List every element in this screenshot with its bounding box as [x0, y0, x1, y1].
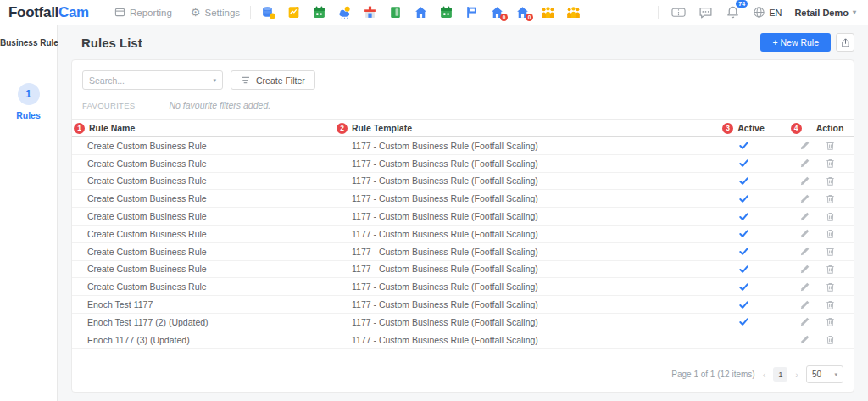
chevron-down-icon[interactable]: ▾ — [213, 77, 216, 84]
table-row[interactable]: Create Custom Business Rule1177 - Custom… — [72, 137, 854, 155]
edit-icon[interactable] — [799, 211, 810, 222]
home-app-icon[interactable]: 0 — [490, 5, 504, 19]
new-rule-button[interactable]: + New Rule — [760, 33, 831, 52]
active-cell — [706, 316, 781, 327]
delete-icon[interactable] — [825, 228, 836, 239]
prev-page-button[interactable]: ‹ — [763, 370, 766, 380]
action-cell — [781, 175, 854, 187]
home-app-icon[interactable]: 0 — [515, 5, 530, 19]
table-row[interactable]: Create Custom Business Rule1177 - Custom… — [72, 243, 854, 261]
rule-template-cell: 1177 - Custom Business Rule (Footfall Sc… — [337, 299, 706, 309]
edit-icon[interactable] — [799, 175, 810, 187]
favourites-row: FAVOURITES No favourite filters added. — [72, 98, 854, 119]
active-check-icon — [738, 228, 749, 239]
header-rule-template[interactable]: 2 Rule Template — [337, 123, 706, 134]
delete-icon[interactable] — [825, 299, 836, 310]
edit-icon[interactable] — [799, 281, 810, 292]
delete-icon[interactable] — [825, 246, 836, 257]
table-row[interactable]: Enoch 1177 (3) (Updated)1177 - Custom Bu… — [72, 331, 854, 349]
page-header: Rules List + New Rule — [71, 25, 854, 59]
delete-icon[interactable] — [825, 334, 836, 345]
column-label: Action — [816, 123, 844, 133]
database-app-icon[interactable] — [261, 5, 275, 19]
people-app-icon[interactable] — [566, 5, 581, 19]
app-icons: 00 — [261, 5, 581, 19]
delete-icon[interactable] — [825, 264, 836, 275]
delete-icon[interactable] — [825, 316, 836, 327]
people-app-icon[interactable] — [541, 5, 555, 19]
nav-label: Reporting — [130, 8, 172, 18]
delete-icon[interactable] — [825, 140, 836, 151]
next-page-button[interactable]: › — [795, 370, 798, 380]
action-cell — [781, 299, 854, 310]
rule-name-cell: Create Custom Business Rule — [72, 281, 337, 292]
edit-icon[interactable] — [799, 299, 810, 310]
table-row[interactable]: Enoch Test 11771177 - Custom Business Ru… — [72, 296, 854, 314]
header-rule-name[interactable]: 1 Rule Name — [72, 123, 337, 134]
language-selector[interactable]: EN — [753, 6, 782, 19]
search-input[interactable] — [89, 75, 213, 86]
rule-name-cell: Enoch Test 1177 (2) (Updated) — [72, 317, 337, 327]
active-check-icon — [738, 316, 749, 327]
column-label: Rule Template — [352, 123, 412, 133]
flag-app-icon[interactable] — [465, 5, 479, 19]
chat-icon[interactable] — [698, 5, 713, 19]
edit-icon[interactable] — [799, 193, 810, 204]
edit-icon[interactable] — [799, 246, 810, 257]
edit-icon[interactable] — [799, 316, 810, 327]
sidebar-item-rules[interactable]: Rules — [0, 110, 57, 120]
calendar-app-icon[interactable] — [312, 5, 326, 19]
document-app-icon[interactable] — [388, 5, 403, 19]
calendar-app-icon[interactable] — [439, 5, 453, 19]
bell-icon[interactable]: 74 — [726, 5, 740, 19]
edit-icon[interactable] — [799, 140, 810, 151]
table-row[interactable]: Create Custom Business Rule1177 - Custom… — [72, 190, 854, 208]
action-cell — [781, 316, 854, 327]
export-button[interactable] — [836, 33, 854, 52]
edit-icon[interactable] — [799, 228, 810, 239]
table-row[interactable]: Create Custom Business Rule1177 - Custom… — [72, 278, 854, 296]
ticket-icon[interactable] — [671, 5, 686, 19]
edit-icon[interactable] — [799, 158, 810, 169]
report-app-icon[interactable] — [287, 5, 301, 19]
table-row[interactable]: Create Custom Business Rule1177 - Custom… — [72, 173, 854, 191]
main-content: Rules List + New Rule ▾ Create Filter — [58, 25, 868, 401]
delete-icon[interactable] — [825, 193, 836, 204]
active-cell — [706, 158, 781, 169]
globe-icon — [753, 6, 765, 19]
table-row[interactable]: Create Custom Business Rule1177 - Custom… — [72, 208, 854, 226]
header-active[interactable]: 3 Active — [706, 123, 781, 134]
active-check-icon — [738, 175, 749, 187]
rule-name-cell: Create Custom Business Rule — [72, 175, 337, 186]
header-actions: + New Rule — [760, 33, 854, 52]
notification-count-badge: 0 — [500, 14, 508, 21]
logo-text-blue: Cam — [58, 4, 89, 20]
account-menu[interactable]: Retail Demo ▾ — [794, 8, 856, 18]
store-app-icon[interactable] — [363, 5, 377, 19]
page-size-select[interactable]: 50 ▾ — [806, 365, 843, 383]
rule-template-cell: 1177 - Custom Business Rule (Footfall Sc… — [337, 247, 706, 257]
edit-icon[interactable] — [799, 334, 810, 345]
nav-item-settings[interactable]: ⚙ Settings — [191, 7, 240, 18]
page-number-button[interactable]: 1 — [773, 367, 787, 382]
notification-count-badge: 0 — [526, 14, 533, 21]
table-row[interactable]: Enoch Test 1177 (2) (Updated)1177 - Cust… — [72, 314, 854, 331]
edit-icon[interactable] — [799, 264, 810, 275]
delete-icon[interactable] — [825, 281, 836, 292]
table-row[interactable]: Create Custom Business Rule1177 - Custom… — [72, 226, 854, 243]
delete-icon[interactable] — [825, 158, 836, 169]
weather-app-icon[interactable] — [337, 5, 352, 19]
rule-name-cell: Create Custom Business Rule — [72, 229, 337, 239]
filter-toolbar: ▾ Create Filter — [72, 60, 854, 98]
create-filter-button[interactable]: Create Filter — [231, 70, 315, 90]
rule-name-cell: Create Custom Business Rule — [72, 141, 337, 151]
rule-name-cell: Create Custom Business Rule — [72, 247, 337, 257]
rules-count-badge[interactable]: 1 — [18, 83, 40, 105]
table-row[interactable]: Create Custom Business Rule1177 - Custom… — [72, 261, 854, 279]
nav-item-reporting[interactable]: Reporting — [114, 7, 172, 18]
delete-icon[interactable] — [825, 175, 836, 187]
delete-icon[interactable] — [825, 211, 836, 222]
home-app-icon[interactable] — [414, 5, 428, 19]
footfallcam-logo[interactable]: FootfallCam — [8, 4, 89, 21]
table-row[interactable]: Create Custom Business Rule1177 - Custom… — [72, 155, 854, 173]
